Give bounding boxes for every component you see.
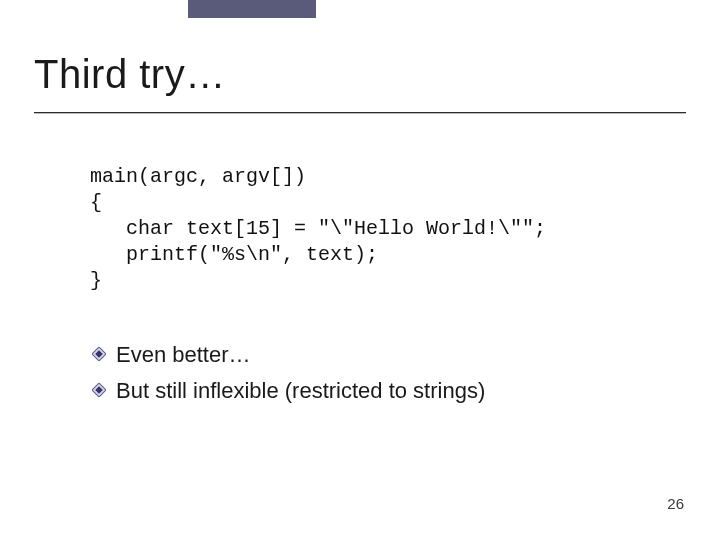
bullet-list: Even better… But still inflexible (restr… [92, 340, 680, 411]
list-item: But still inflexible (restricted to stri… [92, 376, 680, 406]
code-line-5: } [90, 269, 102, 292]
code-line-2: { [90, 191, 102, 214]
list-item: Even better… [92, 340, 680, 370]
code-line-1: main(argc, argv[]) [90, 165, 306, 188]
bullet-text: But still inflexible (restricted to stri… [116, 376, 485, 406]
slide-body: Third try… main(argc, argv[]) { char tex… [0, 0, 720, 540]
title-underline [34, 112, 686, 113]
diamond-bullet-icon [92, 383, 106, 397]
code-line-3: char text[15] = "\"Hello World!\""; [90, 217, 546, 240]
diamond-bullet-icon [92, 347, 106, 361]
title-area: Third try… [34, 52, 686, 97]
code-block: main(argc, argv[]) { char text[15] = "\"… [90, 164, 546, 294]
code-line-4: printf("%s\n", text); [90, 243, 378, 266]
page-number: 26 [667, 495, 684, 512]
bullet-text: Even better… [116, 340, 251, 370]
page-title: Third try… [34, 52, 686, 97]
